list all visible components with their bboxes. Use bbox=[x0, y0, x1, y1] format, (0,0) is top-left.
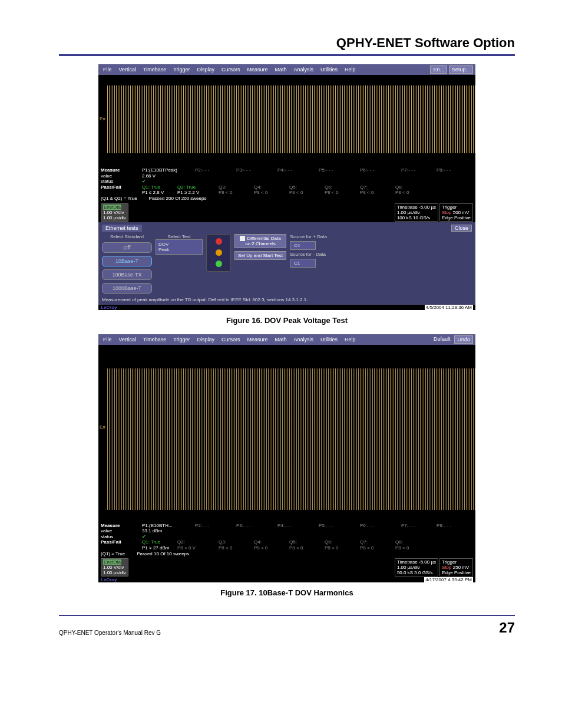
menu-math[interactable]: Math bbox=[272, 336, 289, 343]
value-label: value bbox=[101, 173, 142, 179]
traffic-light-icon bbox=[206, 234, 231, 272]
menu-trigger[interactable]: Trigger bbox=[171, 336, 192, 343]
q5-cond: P8 < 0 bbox=[289, 545, 325, 551]
timebase-title: Timebase bbox=[397, 205, 418, 210]
channel-name: EnetDta bbox=[103, 205, 121, 210]
p5: P5:- - - bbox=[319, 523, 360, 529]
passfail-label: Pass/Fail bbox=[101, 539, 142, 545]
status-label: status bbox=[101, 534, 142, 540]
default-label: Default bbox=[431, 335, 453, 344]
menu-math[interactable]: Math bbox=[272, 66, 289, 73]
menu-timebase[interactable]: Timebase bbox=[141, 336, 168, 343]
q1-cond: P1 > 27 dBm bbox=[142, 545, 177, 551]
q4-cond: P8 < 0 bbox=[254, 545, 289, 551]
trigger-box[interactable]: Trigger Stop 250 mV Edge Positive bbox=[439, 558, 473, 577]
menu-vertical[interactable]: Vertical bbox=[117, 66, 139, 73]
setup-button[interactable]: Setup... bbox=[449, 65, 473, 74]
timebase-title: Timebase bbox=[397, 559, 418, 565]
std-100basetx-button[interactable]: 100Base-TX bbox=[102, 269, 152, 280]
p3: P3:- - - bbox=[236, 523, 277, 529]
src-plus-select[interactable]: C4 bbox=[290, 241, 316, 250]
menu-cursors[interactable]: Cursors bbox=[219, 336, 243, 343]
timebase-samples: 50.0 kS bbox=[397, 570, 413, 575]
p1-name: P1:(E10BTH... bbox=[142, 523, 195, 529]
menu-utilities[interactable]: Utilities bbox=[318, 336, 340, 343]
menu-vertical[interactable]: Vertical bbox=[117, 336, 139, 343]
menu-display[interactable]: Display bbox=[194, 66, 217, 73]
timebase-samples: 100 kS bbox=[397, 215, 412, 220]
p4: P4:- - - bbox=[277, 167, 319, 173]
menu-timebase[interactable]: Timebase bbox=[141, 66, 168, 73]
menu-analysis[interactable]: Analysis bbox=[291, 336, 316, 343]
q3: Q3: bbox=[219, 539, 254, 545]
footer-left: QPHY-ENET Operator's Manual Rev G bbox=[59, 630, 161, 636]
std-1000baset-button[interactable]: 1000Base-T bbox=[102, 283, 152, 294]
trigger-mode: Edge bbox=[442, 570, 453, 575]
status-label: status bbox=[101, 179, 142, 185]
std-off-button[interactable]: Off bbox=[102, 242, 152, 253]
waveform-display: En bbox=[98, 345, 475, 522]
timebase-box[interactable]: Timebase -5.00 µs 1.00 µs/div 50.0 kS 5.… bbox=[395, 558, 438, 577]
trigger-level: 250 mV bbox=[453, 565, 470, 570]
measure-label: Measure bbox=[101, 167, 142, 173]
page-footer: QPHY-ENET Operator's Manual Rev G 27 bbox=[59, 615, 515, 636]
menu-cursors[interactable]: Cursors bbox=[219, 66, 243, 73]
undo-button[interactable]: Undo bbox=[454, 335, 473, 344]
timebase-rate: 10 GS/s bbox=[413, 215, 430, 220]
menu-measure[interactable]: Measure bbox=[244, 66, 270, 73]
q2-cond: P8 < 0 V bbox=[177, 545, 219, 551]
tab-ethernet-tests[interactable]: Ethernet tests bbox=[102, 225, 142, 232]
menu-display[interactable]: Display bbox=[194, 336, 217, 343]
timebase-div: 1.00 µs/div bbox=[397, 565, 420, 570]
p2: P2:- - - bbox=[195, 523, 236, 529]
menu-utilities[interactable]: Utilities bbox=[318, 66, 340, 73]
pf-summary: (Q1 & Q2) = True bbox=[101, 196, 137, 202]
diff-data-button[interactable]: Differential Data on 2 Channels bbox=[234, 234, 286, 248]
p2: P2:- - - bbox=[195, 167, 236, 173]
green-light-icon bbox=[216, 261, 222, 267]
q8-cond: P8 < 0 bbox=[395, 190, 431, 196]
q6-cond: P8 < 0 bbox=[325, 190, 360, 196]
pf-passed: Passed 200 Of 200 sweeps bbox=[149, 196, 207, 202]
menu-analysis[interactable]: Analysis bbox=[291, 66, 316, 73]
p5: P5:- - - bbox=[319, 167, 360, 173]
std-10baset-button[interactable]: 10Base-T bbox=[102, 256, 152, 266]
menu-trigger[interactable]: Trigger bbox=[171, 66, 192, 73]
waveform-trace bbox=[107, 85, 475, 153]
channel-tdiv: 1.00 µs/div bbox=[103, 570, 126, 575]
q7-cond: P8 < 0 bbox=[360, 190, 395, 196]
passfail-label: Pass/Fail bbox=[101, 185, 142, 190]
timebase-box[interactable]: Timebase -5.00 µs 1.00 µs/div 100 kS 10 … bbox=[395, 203, 438, 222]
q6: Q6: bbox=[325, 185, 360, 190]
menu-help[interactable]: Help bbox=[342, 336, 358, 343]
q8: Q8: bbox=[395, 185, 431, 190]
en-button[interactable]: En... bbox=[430, 65, 447, 74]
channel-tdiv: 1.00 µs/div bbox=[103, 215, 126, 220]
channel-box[interactable]: EnetDta 1.00 V/div 1.00 µs/div bbox=[101, 558, 128, 577]
trigger-title: Trigger bbox=[442, 559, 457, 565]
menu-measure[interactable]: Measure bbox=[244, 336, 270, 343]
p1-name: P1:(E10BTPeak) bbox=[142, 167, 195, 173]
p1-value: 33.1 dBm bbox=[142, 528, 195, 534]
menu-file[interactable]: File bbox=[101, 336, 114, 343]
test-select[interactable]: DOV Peak bbox=[156, 239, 203, 255]
setup-start-button[interactable]: Set Up and Start Test bbox=[234, 251, 286, 260]
status-check-icon: ✔ bbox=[142, 534, 195, 540]
select-standard-label: Select Standard bbox=[102, 234, 152, 239]
menu-file[interactable]: File bbox=[101, 66, 114, 73]
q5: Q5: bbox=[289, 539, 325, 545]
q8-cond: P8 < 0 bbox=[395, 545, 431, 551]
timebase-div: 1.00 µs/div bbox=[397, 210, 420, 215]
select-test-label: Select Test bbox=[156, 234, 203, 239]
close-button[interactable]: Close bbox=[451, 225, 472, 232]
timestamp: 4/17/2007 4:35:42 PM bbox=[424, 577, 473, 582]
channel-box[interactable]: EnetDta 1.00 V/div 1.00 µs/div bbox=[101, 203, 128, 222]
red-light-icon bbox=[216, 238, 222, 245]
q5-cond: P8 < 0 bbox=[289, 190, 325, 196]
menu-help[interactable]: Help bbox=[342, 66, 358, 73]
pf-passed: Passed 10 Of 10 sweeps bbox=[137, 551, 189, 557]
checkbox-icon[interactable] bbox=[240, 236, 245, 241]
src-minus-select[interactable]: C1 bbox=[290, 259, 316, 268]
p6: P6:- - - bbox=[360, 167, 401, 173]
trigger-box[interactable]: Trigger Stop 500 mV Edge Positive bbox=[439, 203, 473, 222]
